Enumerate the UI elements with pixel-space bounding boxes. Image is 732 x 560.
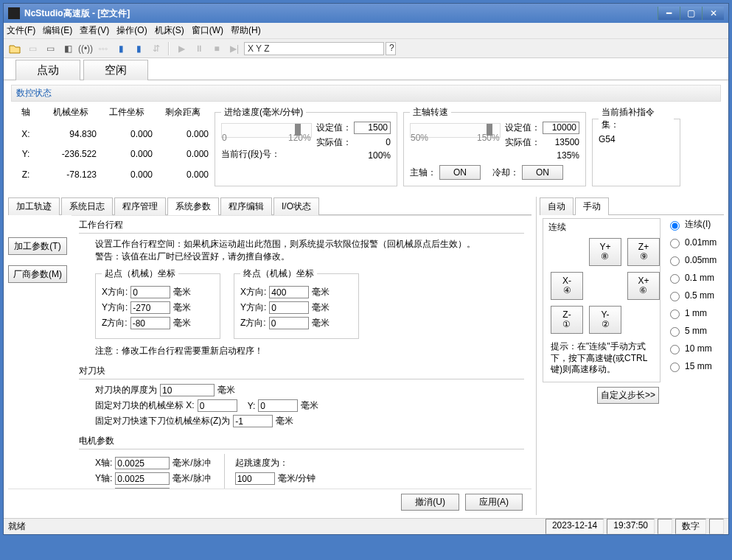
axis-readout[interactable]: X Y Z bbox=[244, 42, 384, 55]
x-rem: 0.000 bbox=[157, 129, 209, 147]
pad-xminus[interactable]: X- ④ bbox=[551, 272, 583, 300]
tool-icon-7[interactable]: ▮ bbox=[113, 41, 129, 56]
ex-u: 毫米 bbox=[312, 286, 330, 298]
travel-desc2: 警告：该值在出厂时已经设置好，请勿擅自修改。 bbox=[95, 251, 524, 263]
cool-on-button[interactable]: ON bbox=[522, 165, 563, 180]
sy-u: 毫米 bbox=[173, 301, 191, 314]
stop-icon[interactable]: ■ bbox=[209, 41, 225, 56]
menu-file[interactable]: 文件(F) bbox=[7, 24, 35, 37]
close-button[interactable]: ✕ bbox=[702, 7, 724, 20]
tool-icon-8[interactable]: ▮ bbox=[130, 41, 147, 56]
apply-button[interactable]: 应用(A) bbox=[465, 494, 523, 511]
tool-icon-9[interactable]: ⇵ bbox=[148, 41, 164, 56]
tab-trace[interactable]: 加工轨迹 bbox=[8, 197, 60, 215]
spindle-on-button[interactable]: ON bbox=[439, 165, 481, 180]
ex-lbl: X方向: bbox=[240, 286, 266, 298]
fix-lbl: 固定对刀块的机械坐标 X: bbox=[95, 399, 195, 412]
pad-yplus[interactable]: Y+ ⑧ bbox=[589, 238, 621, 266]
sp-set-val[interactable]: 10000 bbox=[543, 122, 579, 134]
status-numlock: 数字 bbox=[675, 519, 706, 534]
radio-5[interactable]: 5 mm bbox=[666, 325, 717, 337]
hdr-mach: 机械坐标 bbox=[45, 106, 97, 126]
maximize-button[interactable]: ▢ bbox=[680, 7, 702, 20]
thick-input[interactable] bbox=[160, 384, 215, 396]
vendor-param-button[interactable]: 厂商参数(M) bbox=[8, 265, 67, 283]
tab-idle[interactable]: 空闲 bbox=[83, 60, 148, 80]
tool-tail-input[interactable]: ? bbox=[386, 42, 396, 55]
tab-manual[interactable]: 手动 bbox=[575, 197, 609, 215]
tool-icon-4[interactable]: ◧ bbox=[60, 41, 76, 56]
status-ready: 就绪 bbox=[8, 520, 26, 533]
feed-slider[interactable]: 0120% bbox=[221, 123, 312, 138]
my-input[interactable] bbox=[115, 472, 170, 485]
start-fieldset: 起点（机械）坐标 X方向:毫米 Y方向:毫米 Z方向:毫米 bbox=[95, 267, 220, 339]
minimize-button[interactable]: ━ bbox=[658, 7, 680, 20]
toolbar: ▭ ▭ ◧ ((•)) ◦◦◦ ▮ ▮ ⇵ ▶ ⏸ ■ ▶| X Y Z ? bbox=[4, 39, 728, 58]
tab-jog[interactable]: 点动 bbox=[15, 60, 80, 80]
radio-05[interactable]: 0.5 mm bbox=[666, 290, 717, 301]
feed-legend: 进给速度(毫米/分钟) bbox=[221, 106, 306, 119]
radio-005[interactable]: 0.05mm bbox=[666, 254, 717, 266]
radio-01[interactable]: 0.1 mm bbox=[666, 272, 717, 284]
sx-u: 毫米 bbox=[173, 286, 191, 298]
tab-progedit[interactable]: 程序编辑 bbox=[220, 197, 272, 215]
tool-icon-3[interactable]: ▭ bbox=[42, 41, 58, 56]
sz-input[interactable] bbox=[130, 317, 170, 329]
radio-1[interactable]: 1 mm bbox=[666, 307, 717, 319]
tab-progmgr[interactable]: 程序管理 bbox=[114, 197, 166, 215]
tool-icon-2[interactable]: ▭ bbox=[24, 41, 41, 56]
tab-auto[interactable]: 自动 bbox=[540, 197, 574, 215]
ez-input[interactable] bbox=[269, 317, 309, 329]
feed-pct: 100% bbox=[316, 150, 391, 161]
tab-sysparam[interactable]: 系统参数 bbox=[167, 197, 219, 215]
statusbar: 就绪 2023-12-14 19:37:50 数字 bbox=[4, 518, 728, 534]
menu-help[interactable]: 帮助(H) bbox=[231, 24, 261, 37]
sx-lbl: X方向: bbox=[102, 286, 128, 298]
menu-edit[interactable]: 编辑(E) bbox=[43, 24, 72, 37]
pad-yminus[interactable]: Y- ② bbox=[589, 306, 621, 334]
pad-xplus[interactable]: X+ ⑥ bbox=[627, 272, 660, 300]
mx-input[interactable] bbox=[115, 457, 170, 469]
tool-icon-5[interactable]: ((•)) bbox=[77, 41, 94, 56]
undo-button[interactable]: 撤消(U) bbox=[401, 494, 459, 511]
tool-icon-6[interactable]: ◦◦◦ bbox=[95, 41, 111, 56]
titlebar[interactable]: NcStudio高速版 - [空文件] ━ ▢ ✕ bbox=[4, 4, 728, 23]
play-icon[interactable]: ▶ bbox=[173, 41, 189, 56]
tab-syslog[interactable]: 系统日志 bbox=[61, 197, 113, 215]
sx-input[interactable] bbox=[130, 286, 170, 298]
ex-input[interactable] bbox=[269, 286, 309, 298]
menu-operate[interactable]: 操作(O) bbox=[116, 24, 147, 37]
pad-zminus[interactable]: Z- ① bbox=[551, 306, 583, 334]
main-window: NcStudio高速版 - [空文件] ━ ▢ ✕ 文件(F) 编辑(E) 查看… bbox=[3, 3, 729, 535]
pad-zplus[interactable]: Z+ ⑨ bbox=[627, 238, 660, 266]
sy-input[interactable] bbox=[130, 301, 170, 314]
param-scroll[interactable]: 工作台行程 设置工作台行程空间：如果机床运动超出此范围，则系统提示软限位报警（回… bbox=[72, 215, 531, 489]
ey-input[interactable] bbox=[269, 301, 309, 314]
radio-15[interactable]: 15 mm bbox=[666, 360, 717, 372]
feed-act-val: 0 bbox=[354, 137, 391, 147]
feed-lo: 0 bbox=[222, 133, 227, 143]
step-icon[interactable]: ▶| bbox=[226, 41, 243, 56]
hdr-rem: 剩余距离 bbox=[157, 106, 209, 126]
open-icon[interactable] bbox=[7, 41, 23, 56]
feed-set-val[interactable]: 1500 bbox=[354, 122, 391, 134]
radio-10[interactable]: 10 mm bbox=[666, 343, 717, 354]
tab-io[interactable]: I/O状态 bbox=[273, 197, 319, 215]
menu-machine[interactable]: 机床(S) bbox=[155, 24, 184, 37]
zfast-input[interactable] bbox=[233, 415, 273, 427]
fix-x-input[interactable] bbox=[198, 399, 237, 412]
fix-y-input[interactable] bbox=[258, 399, 298, 412]
spindle-slider[interactable]: 50%150% bbox=[410, 123, 501, 138]
cool-lbl: 冷却： bbox=[492, 167, 519, 179]
menu-view[interactable]: 查看(V) bbox=[80, 24, 109, 37]
pause-icon[interactable]: ⏸ bbox=[191, 41, 207, 56]
sz-lbl: Z方向: bbox=[102, 317, 128, 329]
menu-window[interactable]: 窗口(W) bbox=[192, 24, 223, 37]
custom-step-button[interactable]: 自定义步长>> bbox=[597, 387, 659, 404]
fy-u: 毫米 bbox=[301, 399, 318, 412]
radio-001[interactable]: 0.01mm bbox=[666, 237, 717, 248]
proc-param-button[interactable]: 加工参数(T) bbox=[8, 237, 67, 255]
radio-cont[interactable]: 连续(I) bbox=[666, 218, 717, 231]
start-speed-input[interactable] bbox=[235, 472, 275, 485]
z-work: 0.000 bbox=[101, 169, 153, 187]
